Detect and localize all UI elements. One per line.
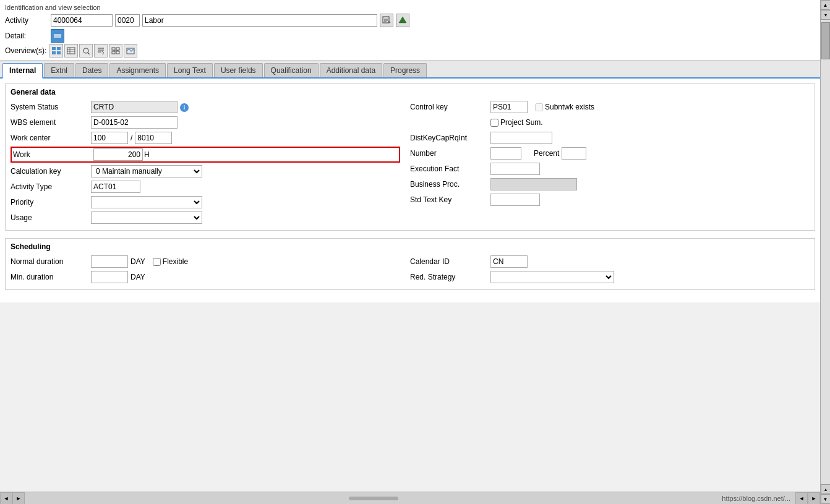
id-section: Identification and view selection Activi… [0, 0, 820, 61]
general-data-title: General data [11, 88, 810, 96]
std-text-key-input[interactable] [490, 194, 540, 206]
activity-desc-input[interactable] [142, 14, 377, 27]
overview-icon2[interactable] [64, 44, 78, 58]
overview-icon3[interactable] [79, 44, 93, 58]
control-key-input[interactable] [490, 101, 528, 113]
status-url: https://blog.csdn.net/... [722, 495, 795, 502]
general-data-section: General data System Status i WBS element [5, 83, 815, 231]
tab-progress[interactable]: Progress [383, 63, 427, 77]
detail-icon[interactable] [51, 29, 64, 43]
scrollbar-right[interactable]: ▲ ▾ ▴ ▼ [820, 0, 830, 504]
dist-key-input[interactable] [490, 132, 552, 144]
content-area: General data System Status i WBS element [0, 79, 820, 302]
subntwk-checkbox-wrapper: Subntwk exists [535, 103, 594, 111]
scheduling-grid: Normal duration DAY Flexible Min. durati [11, 255, 810, 286]
overview-icon5[interactable] [109, 44, 122, 58]
activity-number-input[interactable] [51, 14, 113, 27]
tab-extnl[interactable]: Extnl [44, 63, 74, 77]
work-center-input1[interactable] [91, 132, 128, 144]
work-input[interactable] [93, 148, 143, 161]
flexible-checkbox[interactable] [153, 258, 161, 266]
calc-key-row: Calculation key 0 Maintain manually [11, 164, 400, 178]
exec-fact-label: Execution Fact [410, 164, 490, 173]
activity-type-input[interactable] [91, 181, 140, 193]
work-row: Work H [11, 147, 400, 163]
scheduling-right: Calendar ID Red. Strategy [410, 255, 810, 286]
activity-btn2[interactable] [396, 14, 409, 27]
activity-btn1[interactable] [380, 14, 393, 27]
usage-select[interactable] [91, 211, 202, 224]
svg-rect-23 [112, 48, 115, 50]
calc-key-label: Calculation key [11, 167, 91, 176]
priority-select[interactable] [91, 196, 202, 208]
min-duration-unit: DAY [130, 273, 145, 281]
activity-type-row: Activity Type [11, 180, 400, 194]
overview-icon1[interactable] [49, 44, 63, 58]
calendar-id-label: Calendar ID [410, 257, 490, 266]
calc-key-select[interactable]: 0 Maintain manually [91, 165, 202, 177]
activity-sub-input[interactable] [115, 14, 140, 27]
info-icon-wrapper[interactable]: i [180, 103, 189, 112]
general-data-left: System Status i WBS element Work center [11, 100, 410, 226]
system-status-row: System Status i [11, 100, 400, 114]
min-duration-input[interactable] [91, 271, 128, 283]
normal-duration-input[interactable] [91, 255, 128, 268]
overview-icon6[interactable] [124, 44, 137, 58]
tab-long-text[interactable]: Long Text [167, 63, 213, 77]
tab-dates[interactable]: Dates [75, 63, 108, 77]
wbs-element-input[interactable] [91, 116, 178, 129]
scroll-up-bottom[interactable]: ▴ [821, 484, 831, 494]
std-text-key-row: Std Text Key [410, 193, 800, 207]
normal-duration-label: Normal duration [11, 257, 91, 266]
scroll-down-arrow[interactable]: ▼ [821, 494, 831, 504]
scheduling-title: Scheduling [11, 242, 810, 251]
overview-icon4[interactable] [94, 44, 108, 58]
priority-row: Priority [11, 195, 400, 209]
wbs-element-row: WBS element [11, 116, 400, 129]
general-data-grid: System Status i WBS element Work center [11, 100, 810, 226]
red-strategy-select[interactable] [490, 271, 614, 283]
tab-assignments[interactable]: Assignments [109, 63, 166, 77]
work-center-input2[interactable] [135, 132, 172, 144]
activity-row: Activity [5, 14, 815, 27]
control-key-label: Control key [410, 103, 490, 111]
scroll-thumb[interactable] [821, 22, 830, 59]
tab-internal[interactable]: Internal [2, 63, 43, 79]
tab-user-fields[interactable]: User fields [214, 63, 263, 77]
svg-rect-25 [112, 51, 115, 54]
svg-rect-24 [116, 48, 119, 50]
number-label: Number [410, 149, 490, 158]
exec-fact-input[interactable] [490, 163, 540, 175]
detail-label: Detail: [5, 32, 48, 40]
control-key-row: Control key Subntwk exists [410, 100, 800, 114]
normal-duration-unit: DAY [130, 257, 145, 266]
system-status-input [91, 101, 178, 113]
number-input[interactable] [490, 147, 521, 160]
system-status-info-icon[interactable]: i [180, 103, 189, 112]
work-label: Work [13, 150, 93, 159]
svg-marker-5 [399, 17, 406, 23]
status-nav-prev[interactable]: ◄ [795, 492, 808, 505]
percent-input[interactable] [562, 147, 586, 160]
project-sum-checkbox[interactable] [490, 119, 498, 127]
activity-type-label: Activity Type [11, 182, 91, 191]
subntwk-checkbox[interactable] [535, 103, 543, 111]
usage-row: Usage [11, 211, 400, 224]
work-center-row: Work center / [11, 131, 400, 145]
status-next-btn[interactable]: ► [12, 492, 25, 505]
tab-additional-data[interactable]: Additional data [320, 63, 382, 77]
tab-qualification[interactable]: Qualification [264, 63, 319, 77]
subntwk-label: Subntwk exists [545, 103, 594, 111]
status-nav-next[interactable]: ► [808, 492, 820, 505]
calendar-id-input[interactable] [490, 255, 528, 268]
scroll-down-top[interactable]: ▾ [821, 10, 831, 20]
work-unit: H [144, 150, 150, 159]
percent-label: Percent [534, 149, 559, 158]
tabs-bar: Internal Extnl Dates Assignments Long Te… [0, 61, 820, 79]
status-prev-btn[interactable]: ◄ [0, 492, 12, 505]
svg-rect-11 [57, 47, 61, 50]
wbs-element-label: WBS element [11, 118, 91, 127]
svg-rect-14 [67, 48, 75, 54]
scroll-up-arrow[interactable]: ▲ [821, 0, 831, 10]
status-bar: ◄ ► https://blog.csdn.net/... ◄ ► [0, 492, 820, 504]
